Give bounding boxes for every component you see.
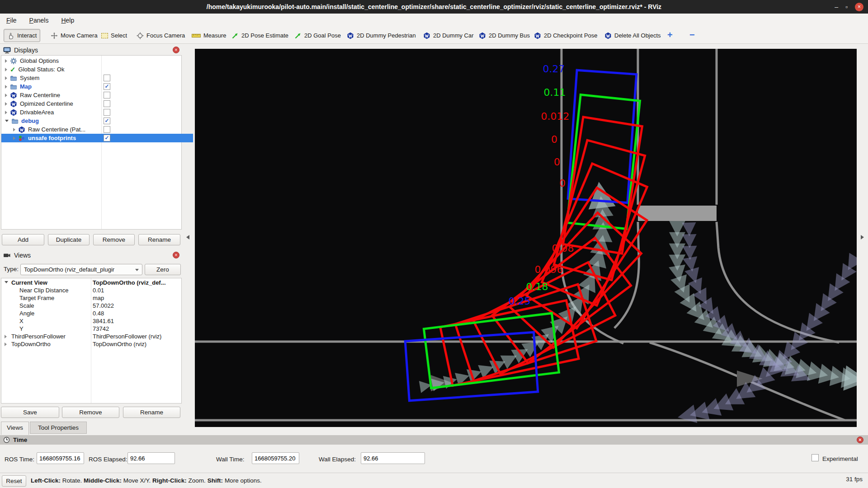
display-enabled-checkbox[interactable] (104, 100, 110, 107)
time-panel-header[interactable]: Time × (0, 435, 868, 445)
remove-button[interactable]: Remove (62, 407, 119, 418)
view-property-row-scale[interactable]: Scale57.0022 (1, 302, 181, 310)
tool-2d-dummy-car[interactable]: 2D Dummy Car (420, 29, 477, 42)
display-row-raw-centerline-pat[interactable]: Raw Centerline (Pat... (1, 125, 193, 134)
display-row-global-options[interactable]: Global Options (1, 56, 185, 65)
display-enabled-checkbox[interactable] (104, 92, 110, 99)
display-row-drivablearea[interactable]: DrivableArea (1, 108, 185, 117)
tool-select[interactable]: Select (98, 29, 131, 42)
property-value[interactable]: 0.48 (93, 310, 104, 317)
experimental-checkbox[interactable] (811, 454, 819, 461)
views-close-icon[interactable]: × (173, 252, 179, 258)
expander-open-icon[interactable] (5, 120, 9, 122)
collapse-left-arrow[interactable] (186, 235, 189, 239)
displays-panel-header[interactable]: Displays × (0, 45, 183, 55)
displays-close-icon[interactable]: × (173, 47, 179, 53)
display-enabled-checkbox[interactable] (104, 109, 110, 116)
menu-item-file[interactable]: File (6, 17, 17, 24)
display-row-debug[interactable]: debug✓ (1, 117, 185, 125)
tab-tool-properties[interactable]: Tool Properties (30, 422, 87, 434)
view-property-row-near-clip-distance[interactable]: Near Clip Distance0.01 (1, 286, 181, 294)
view-property-row-angle[interactable]: Angle0.48 (1, 310, 181, 317)
tool-2d-checkpoint-pose[interactable]: 2D Checkpoint Pose (530, 29, 601, 42)
view-property-row-y[interactable]: Y73742 (1, 325, 181, 333)
footprint-distance-label: 0.27 (543, 63, 565, 75)
display-row-opimized-centerline[interactable]: Opimized Centerline (1, 99, 185, 108)
property-value[interactable]: 3841.61 (93, 318, 114, 324)
save-button[interactable]: Save (1, 407, 59, 418)
property-value[interactable]: 73742 (93, 325, 109, 332)
collapse-right-arrow[interactable] (861, 235, 864, 239)
display-enabled-checkbox[interactable]: ✓ (104, 83, 110, 90)
expander-closed-icon[interactable] (13, 128, 15, 131)
remove-button[interactable]: Remove (93, 234, 135, 245)
view-property-row-target-frame[interactable]: Target Framemap (1, 294, 181, 302)
tab-views[interactable]: Views (1, 422, 29, 435)
views-panel-header[interactable]: Views × (0, 250, 183, 260)
display-row-unsafe-footprints[interactable]: unsafe footprints✓ (1, 134, 193, 142)
display-enabled-checkbox[interactable]: ✓ (104, 117, 110, 124)
render-scene[interactable]: 0.270.110.0120000.080.0960.180.25 (195, 49, 857, 427)
display-row-map[interactable]: Map✓ (1, 82, 185, 91)
tool-2d-goal-pose[interactable]: 2D Goal Pose (291, 29, 344, 42)
display-enabled-checkbox[interactable]: ✓ (104, 135, 110, 141)
view-property-row-thirdpersonfollower[interactable]: ThirdPersonFollowerThirdPersonFollower (… (1, 333, 181, 340)
expander-closed-icon[interactable] (5, 343, 7, 346)
view-property-row-topdownortho[interactable]: TopDownOrthoTopDownOrtho (rviz) (1, 340, 181, 348)
expander-closed-icon[interactable] (5, 111, 7, 114)
rename-button[interactable]: Rename (123, 407, 180, 418)
expander-open-icon[interactable] (5, 281, 8, 283)
close-icon[interactable]: × (855, 3, 863, 11)
expander-closed-icon[interactable] (13, 136, 15, 140)
remove-tool-button[interactable]: − (686, 29, 698, 41)
add-button[interactable]: Add (2, 234, 44, 245)
maximize-icon[interactable]: ▫ (845, 2, 848, 11)
expander-closed-icon[interactable] (5, 68, 7, 71)
expander-closed-icon[interactable] (5, 102, 7, 106)
clock-icon (3, 436, 10, 443)
display-enabled-checkbox[interactable] (104, 75, 110, 81)
minimize-icon[interactable]: – (835, 2, 838, 11)
property-value[interactable]: TopDownOrtho (rviz_def... (93, 279, 166, 286)
expander-closed-icon[interactable] (5, 85, 7, 89)
view-type-combobox[interactable]: TopDownOrtho (rviz_default_plugir (20, 264, 142, 275)
display-row-system[interactable]: System (1, 74, 185, 82)
tool-delete-all-objects[interactable]: Delete All Objects (601, 29, 665, 42)
property-value[interactable]: map (93, 295, 104, 301)
display-row-raw-centerline[interactable]: Raw Centerline (1, 91, 185, 99)
tool-focus-camera[interactable]: Focus Camera (133, 29, 189, 42)
property-value[interactable]: TopDownOrtho (rviz) (93, 341, 146, 347)
duplicate-button[interactable]: Duplicate (48, 234, 90, 245)
tool-2d-dummy-bus[interactable]: 2D Dummy Bus (475, 29, 533, 42)
tool-interact[interactable]: Interact (4, 29, 40, 42)
titlebar[interactable]: /home/takayukimurooka/pilot-auto.main/in… (0, 0, 868, 14)
display-row-global-status-ok[interactable]: ✓Global Status: Ok (1, 65, 185, 74)
view-property-row-current-view[interactable]: Current ViewTopDownOrtho (rviz_def... (1, 279, 181, 286)
time-field-input-ros-elapsed[interactable] (127, 452, 175, 464)
menu-item-panels[interactable]: Panels (29, 17, 49, 24)
3d-viewport[interactable]: 0.270.110.0120000.080.0960.180.25 (195, 49, 857, 427)
expander-closed-icon[interactable] (5, 76, 7, 80)
expander-closed-icon[interactable] (5, 335, 7, 338)
tool-2d-dummy-pedestrian[interactable]: 2D Dummy Pedestrian (343, 29, 420, 42)
expander-closed-icon[interactable] (5, 59, 7, 63)
property-value[interactable]: 57.0022 (93, 302, 114, 309)
view-property-row-x[interactable]: X3841.61 (1, 317, 181, 325)
tool-measure[interactable]: Measure (188, 29, 230, 42)
menu-item-help[interactable]: Help (61, 17, 74, 24)
tool-move-camera[interactable]: Move Camera (47, 29, 101, 42)
zero-button[interactable]: Zero (145, 264, 181, 275)
property-value[interactable]: 0.01 (93, 287, 104, 294)
time-field-input-wall-time[interactable] (252, 452, 299, 464)
rename-button[interactable]: Rename (138, 234, 180, 245)
reset-button[interactable]: Reset (2, 475, 26, 487)
time-field-input-ros-time[interactable] (37, 452, 84, 464)
add-tool-button[interactable]: + (664, 29, 676, 41)
display-enabled-checkbox[interactable] (104, 126, 110, 133)
time-field-input-wall-elapsed[interactable] (361, 452, 425, 464)
time-close-icon[interactable]: × (857, 436, 863, 443)
property-value[interactable]: ThirdPersonFollower (rviz) (93, 333, 161, 340)
expander-closed-icon[interactable] (5, 94, 7, 97)
pose-arrow-icon (294, 32, 302, 39)
tool-2d-pose-estimate[interactable]: 2D Pose Estimate (228, 29, 292, 42)
